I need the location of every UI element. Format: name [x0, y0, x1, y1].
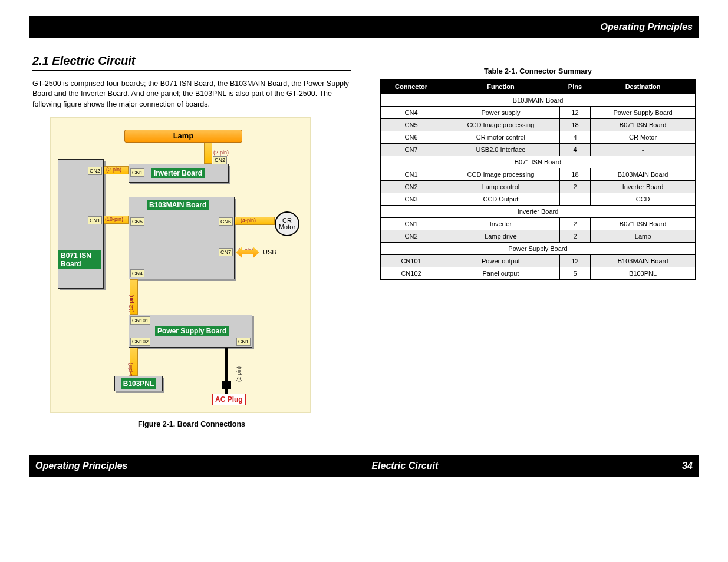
power-supply-block: CN101 Power Supply Board CN102 CN1 [129, 315, 252, 348]
table-cell: CN2 [381, 181, 442, 193]
table-cell: B103MAIN Board [591, 255, 696, 267]
table-cell: Lamp control [442, 181, 560, 193]
table-row: CN1Inverter2B071 ISN Board [381, 218, 696, 230]
table-cell: CN102 [381, 267, 442, 280]
figure-caption: Figure 2-1. Board Connections [32, 420, 351, 428]
footer-right: 34 [682, 461, 693, 471]
table-cell: B103MAIN Board [591, 168, 696, 181]
table-row: CN2Lamp drive2Lamp [381, 230, 696, 243]
main-board-label: B103MAIN Board [147, 200, 209, 210]
table-section-title: Inverter Board [381, 206, 696, 218]
table-cell: CN4 [381, 107, 442, 119]
cable-lamp-inverter [204, 143, 212, 164]
table-caption: Table 2-1. Connector Summary [380, 67, 696, 75]
table-cell: Inverter Board [591, 181, 696, 193]
table-section-title: B103MAIN Board [381, 94, 696, 107]
table-cell: 12 [559, 107, 590, 119]
ps-cn102-pin: CN102 [130, 338, 150, 346]
table-section-title: B071 ISN Board [381, 156, 696, 168]
table-cell: Panel output [442, 267, 560, 280]
table-cell: Inverter [442, 218, 560, 230]
isn-cn2-pin: CN2 [88, 167, 102, 175]
table-cell: - [591, 144, 696, 156]
table-cell: 4 [559, 131, 590, 144]
table-cell: Power supply [442, 107, 560, 119]
table-row: CN6CR motor control4CR Motor [381, 131, 696, 144]
table-section-title: Power Supply Board [381, 243, 696, 255]
table-cell: 2 [559, 181, 590, 193]
table-header: Pins [559, 80, 590, 94]
cable-label-2pin-a: (2-pin) [213, 150, 229, 156]
table-cell: CN1 [381, 218, 442, 230]
table-cell: CN5 [381, 119, 442, 131]
table-cell: Power Supply Board [591, 107, 696, 119]
pnl-label: B103PNL [121, 378, 157, 389]
connector-summary-table: ConnectorFunctionPinsDestination B103MAI… [380, 79, 696, 280]
table-row: CN3CCD Output-CCD [381, 193, 696, 206]
main-cn6-pin: CN6 [219, 217, 233, 226]
ps-cn101-pin: CN101 [130, 316, 150, 325]
cable-label-4pin-motor: (4-pin) [241, 217, 256, 223]
table-cell: CN101 [381, 255, 442, 267]
table-header: Function [442, 80, 560, 94]
table-cell: 2 [559, 218, 590, 230]
table-cell: B071 ISN Board [591, 119, 696, 131]
table-cell: 18 [559, 168, 590, 181]
inverter-cn1-pin: CN1 [130, 168, 144, 177]
table-cell: CCD Image processing [442, 168, 560, 181]
table-cell: - [559, 193, 590, 206]
board-connection-diagram: Lamp (2-pin) CN1 Inverter Board CN2 CN2 … [50, 117, 311, 413]
lamp-block: Lamp [124, 130, 242, 143]
table-cell: 12 [559, 255, 590, 267]
table-cell: B071 ISN Board [591, 218, 696, 230]
main-board-block: B103MAIN Board CN5 CN6 CN7 CN4 [129, 197, 235, 279]
ac-plug-icon [222, 381, 231, 389]
table-row: CN2Lamp control2Inverter Board [381, 181, 696, 193]
intro-text: GT-2500 is comprised four boards; the B0… [32, 79, 351, 110]
table-cell: Lamp [591, 230, 696, 243]
main-cn5-pin: CN5 [130, 217, 144, 226]
table-cell: 18 [559, 119, 590, 131]
table-cell: CCD [591, 193, 696, 206]
cable-label-2pin-ac: (2-pin) [236, 366, 242, 381]
table-cell: CN6 [381, 131, 442, 144]
table-cell: Lamp drive [442, 230, 560, 243]
table-cell: CN3 [381, 193, 442, 206]
isn-board-label: B071 ISN Board [58, 250, 101, 269]
table-cell: CCD Image processing [442, 119, 560, 131]
table-cell: 4 [559, 144, 590, 156]
table-header: Connector [381, 80, 442, 94]
cable-label-2pin-b: (2-pin) [106, 167, 121, 173]
inverter-cn2-pin: CN2 [213, 156, 227, 164]
header-right: Operating Principles [29, 16, 699, 38]
ps-cn1-pin: CN1 [236, 338, 251, 346]
usb-label: USB [263, 249, 276, 256]
cr-motor: CR Motor [275, 211, 299, 236]
footer-center: Electric Circuit [371, 461, 438, 471]
table-row: CN101Power output12B103MAIN Board [381, 255, 696, 267]
table-row: CN5CCD Image processing18B071 ISN Board [381, 119, 696, 131]
table-row: CN7USB2.0 Interface4- [381, 144, 696, 156]
table-cell: B103PNL [591, 267, 696, 280]
table-cell: Power output [442, 255, 560, 267]
table-cell: 2 [559, 230, 590, 243]
cable-label-18pin: (18-pin) [105, 216, 123, 222]
table-row: CN1CCD Image processing18B103MAIN Board [381, 168, 696, 181]
isn-board-block: CN2 CN1 B071 ISN Board [58, 159, 104, 289]
table-row: CN4Power supply12Power Supply Board [381, 107, 696, 119]
pnl-block: B103PNL [114, 376, 163, 391]
main-cn7-pin: CN7 [219, 248, 233, 256]
table-cell: CN1 [381, 168, 442, 181]
footer-bar: Operating Principles Electric Circuit 34 [29, 455, 699, 477]
power-supply-label: Power Supply Board [155, 326, 229, 336]
table-header: Destination [591, 80, 696, 94]
section-heading: 2.1 Electric Circuit [32, 49, 351, 71]
table-row: CN102Panel output5B103PNL [381, 267, 696, 280]
table-cell: CN7 [381, 144, 442, 156]
footer-left: Operating Principles [35, 461, 127, 471]
table-cell: CCD Output [442, 193, 560, 206]
table-cell: CR Motor [591, 131, 696, 144]
table-cell: CN2 [381, 230, 442, 243]
cable-label-12pin: (12-pin) [128, 294, 134, 312]
inverter-board-label: Inverter Board [151, 168, 205, 178]
